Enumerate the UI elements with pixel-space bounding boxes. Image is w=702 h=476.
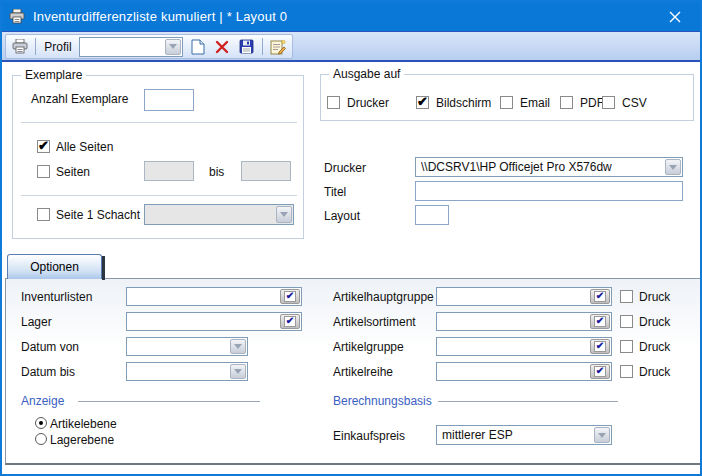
ausgabe-bildschirm-label: Bildschirm: [436, 96, 491, 110]
artikelhauptgruppe-druck-label: Druck: [639, 290, 670, 304]
tab-optionen[interactable]: Optionen: [7, 254, 102, 279]
ausgabe-email-label: Email: [520, 96, 550, 110]
seite1-schacht-checkbox[interactable]: [37, 208, 50, 221]
artikelhauptgruppe-select-button[interactable]: [590, 289, 610, 304]
anzahl-exemplare-label: Anzahl Exemplare: [31, 92, 128, 106]
artikelreihe-druck-checkbox[interactable]: [620, 365, 633, 378]
drucker-dropdown-button[interactable]: [665, 159, 681, 175]
einkaufspreis-dropdown-button[interactable]: [594, 427, 610, 443]
seite1-schacht-label: Seite 1 Schacht: [56, 208, 140, 222]
artikelhauptgruppe-label: Artikelhauptgruppe: [333, 290, 434, 304]
ausgabe-drucker-label: Drucker: [347, 96, 389, 110]
titel-input[interactable]: [415, 181, 683, 201]
close-icon: [669, 11, 681, 23]
datum-von-combobox[interactable]: [126, 337, 248, 356]
ausgabe-group-title: Ausgabe auf: [329, 67, 404, 81]
layout-input[interactable]: [415, 205, 449, 225]
ausgabe-drucker-checkbox[interactable]: [327, 96, 340, 109]
drucker-label: Drucker: [324, 161, 366, 175]
separator: [21, 195, 297, 196]
artikelhauptgruppe-combobox[interactable]: [436, 287, 612, 306]
window-title: Inventurdifferenzliste kumuliert | * Lay…: [33, 9, 287, 24]
print-button[interactable]: [10, 37, 29, 57]
chevron-down-icon: [669, 165, 677, 170]
separator: [21, 122, 297, 123]
alle-seiten-label: Alle Seiten: [56, 140, 113, 154]
properties-button[interactable]: [269, 37, 288, 57]
check-icon: [284, 316, 296, 327]
alle-seiten-checkbox[interactable]: [37, 140, 50, 153]
check-icon: [594, 316, 606, 327]
toolbar-separator: [35, 38, 36, 55]
datum-bis-combobox[interactable]: [126, 362, 248, 381]
check-icon: [284, 291, 296, 302]
lager-label: Lager: [21, 315, 52, 329]
delete-profil-button[interactable]: [212, 37, 231, 57]
seiten-label: Seiten: [56, 165, 90, 179]
seiten-von-input[interactable]: [144, 161, 194, 181]
artikelsortiment-select-button[interactable]: [590, 314, 610, 329]
schacht-combobox[interactable]: [144, 204, 294, 225]
titel-label: Titel: [324, 185, 346, 199]
layout-label: Layout: [324, 209, 360, 223]
ausgabe-groupbox: Ausgabe auf Drucker Bildschirm Email PDF…: [320, 74, 694, 121]
profil-combobox[interactable]: [79, 37, 183, 57]
datum-bis-label: Datum bis: [21, 365, 75, 379]
printer-icon: [12, 39, 28, 54]
artikelgruppe-druck-checkbox[interactable]: [620, 340, 633, 353]
close-button[interactable]: [660, 6, 690, 27]
artikelgruppe-combobox[interactable]: [436, 337, 612, 356]
artikelsortiment-druck-label: Druck: [639, 315, 670, 329]
artikelebene-label: Artikelebene: [50, 417, 117, 431]
section-divider: [78, 401, 260, 402]
check-icon: [594, 291, 606, 302]
artikelebene-radio[interactable]: [35, 417, 47, 429]
seiten-bis-input[interactable]: [241, 161, 291, 181]
exemplare-groupbox: Exemplare Anzahl Exemplare Alle Seiten S…: [12, 75, 304, 239]
new-document-icon: [191, 39, 205, 55]
title-bar: Inventurdifferenzliste kumuliert | * Lay…: [2, 2, 700, 31]
ausgabe-csv-checkbox[interactable]: [602, 96, 615, 109]
ausgabe-email-checkbox[interactable]: [500, 96, 513, 109]
exemplare-group-title: Exemplare: [21, 68, 86, 82]
datum-bis-dropdown-button[interactable]: [230, 364, 246, 379]
lagerebene-radio[interactable]: [35, 433, 47, 445]
artikelsortiment-label: Artikelsortiment: [333, 315, 416, 329]
profil-dropdown-button[interactable]: [165, 39, 181, 55]
drucker-combobox[interactable]: \\DCSRV1\HP Officejet Pro X576dw: [415, 157, 683, 177]
schacht-dropdown-button[interactable]: [276, 206, 292, 223]
artikelgruppe-druck-label: Druck: [639, 340, 670, 354]
datum-von-dropdown-button[interactable]: [230, 339, 246, 354]
inventurlisten-select-button[interactable]: [280, 289, 300, 304]
artikelgruppe-select-button[interactable]: [590, 339, 610, 354]
inventurlisten-combobox[interactable]: [126, 287, 302, 306]
einkaufspreis-combobox[interactable]: mittlerer ESP: [436, 425, 612, 445]
chevron-down-icon: [234, 344, 242, 349]
lager-combobox[interactable]: [126, 312, 302, 331]
options-panel: Inventurlisten Lager Datum von Datum bis…: [5, 278, 701, 465]
anzahl-exemplare-input[interactable]: [144, 89, 194, 111]
artikelgruppe-label: Artikelgruppe: [333, 340, 404, 354]
dialog-window: Inventurdifferenzliste kumuliert | * Lay…: [0, 0, 702, 476]
save-profil-button[interactable]: [236, 37, 255, 57]
printer-icon: [9, 9, 25, 24]
artikelhauptgruppe-druck-checkbox[interactable]: [620, 290, 633, 303]
einkaufspreis-label: Einkaufspreis: [333, 429, 405, 443]
seiten-checkbox[interactable]: [37, 165, 50, 178]
einkaufspreis-value: mittlerer ESP: [442, 428, 589, 442]
artikelsortiment-combobox[interactable]: [436, 312, 612, 331]
artikelsortiment-druck-checkbox[interactable]: [620, 315, 633, 328]
ausgabe-pdf-checkbox[interactable]: [560, 96, 573, 109]
datum-von-label: Datum von: [21, 340, 79, 354]
ausgabe-bildschirm-checkbox[interactable]: [416, 96, 429, 109]
drucker-value: \\DCSRV1\HP Officejet Pro X576dw: [421, 160, 660, 174]
artikelreihe-combobox[interactable]: [436, 362, 612, 381]
new-profil-button[interactable]: [188, 37, 207, 57]
chevron-down-icon: [598, 433, 606, 438]
lager-select-button[interactable]: [280, 314, 300, 329]
delete-x-icon: [215, 40, 229, 54]
edit-properties-icon: [270, 39, 286, 55]
toolbar-separator: [262, 38, 263, 55]
artikelreihe-druck-label: Druck: [639, 365, 670, 379]
artikelreihe-select-button[interactable]: [590, 364, 610, 379]
